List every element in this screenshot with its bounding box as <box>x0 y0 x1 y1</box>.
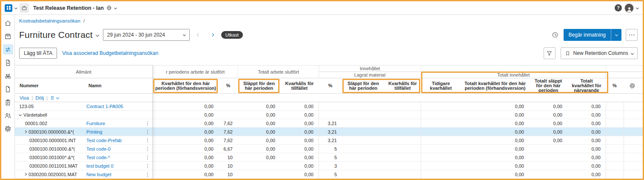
row-name-link[interactable]: Furniture <box>86 121 105 126</box>
sidebar-item-journal[interactable] <box>3 97 13 107</box>
col-header-prev-retained[interactable]: Tidigare kvarhållet <box>421 78 461 93</box>
table-row[interactable]: 0300100.0000001.INTTest code-Prefab⋮ <box>15 136 152 145</box>
caret-down-icon[interactable] <box>14 6 17 9</box>
table-row[interactable]: 00001.002Furniture⋮ <box>15 119 152 128</box>
col-header-released-period[interactable]: Släppt för den här perioden <box>238 78 280 93</box>
breadcrumb-link[interactable]: Kostnadsbetalningsansökan <box>19 18 80 23</box>
sidebar-item-search[interactable] <box>3 71 13 81</box>
row-value: 5 <box>319 145 342 153</box>
add-ata-button[interactable]: Lägg till ÄTA <box>19 48 57 59</box>
row-number: 123-05 <box>19 104 34 109</box>
col-header-percent[interactable]: % <box>219 78 238 93</box>
row-menu-kebab-icon[interactable]: ⋮ <box>145 129 150 135</box>
table-row[interactable]: 0,007,620,000,003,210,000,000,00 <box>153 119 643 128</box>
expand-caret-icon[interactable] <box>24 173 27 176</box>
table-row[interactable]: 0300100.001000^.&*(Test code-^⋮ <box>15 153 152 162</box>
table-row[interactable]: 0,006,670,000,0050,000,00 <box>153 145 643 153</box>
list-view-icon[interactable] <box>50 95 59 100</box>
prev-period-button[interactable] <box>194 30 203 40</box>
row-number-cell: 00001.002 <box>15 121 86 126</box>
expand-caret-icon[interactable] <box>24 130 27 133</box>
table-row[interactable]: 0,007,620,000,003,210,000,000,00 <box>153 128 643 136</box>
row-name-link[interactable]: Contract 1-PA005 <box>86 104 123 109</box>
table-row[interactable]: 0300200.0020001.MATNew budget⋮ <box>15 170 152 179</box>
col-header-retained-period[interactable]: Kvarhållet för den här perioden (förhand… <box>153 78 219 93</box>
caret-down-icon[interactable] <box>114 6 117 9</box>
row-name-link[interactable]: New budget <box>86 172 111 177</box>
page-title-dropdown[interactable]: Furniture Contract <box>19 30 99 40</box>
col-header-percent[interactable]: % <box>319 78 342 93</box>
row-name-cell: Contract 1-PA005 <box>86 104 143 109</box>
col-header-total-retained-period[interactable]: Totalt kvarhållet för den här perioden (… <box>461 78 529 93</box>
col-header-nummer[interactable]: Nummer <box>15 78 86 93</box>
row-name-link[interactable]: Test code-Prefab <box>86 138 122 143</box>
show-link[interactable]: Visa <box>20 95 29 100</box>
row-value: 0,00 <box>567 128 606 136</box>
avatar[interactable] <box>624 3 634 13</box>
table-row[interactable]: 0,00100,000,0050,000,00 <box>153 153 643 162</box>
caret-down-icon[interactable] <box>636 6 639 9</box>
request-input-caret[interactable] <box>611 29 621 41</box>
help-button[interactable]: ? <box>615 4 622 11</box>
table-row[interactable]: 0,000,000,000,000,000,00 <box>153 111 643 119</box>
col-header-sm-released-period[interactable]: Släppt för den här perioden <box>342 78 385 93</box>
sidebar-item-export[interactable] <box>3 57 13 68</box>
collapse-caret-icon[interactable] <box>19 113 22 116</box>
col-header-total-released-period[interactable]: Totalt släppt för den här perioden <box>529 78 567 93</box>
history-icon[interactable] <box>552 31 559 38</box>
date-range-select[interactable]: 29 jun 2024 - 30 jun 2024 <box>103 29 190 41</box>
table-row[interactable]: 0,000,000,000,000,000,00 <box>153 102 643 111</box>
row-value: 0,00 <box>238 119 280 128</box>
row-number-cell: 0300200.0011001.MAT <box>15 163 86 169</box>
table-row[interactable]: 0,00100,0030,000,00 <box>153 162 643 170</box>
sidebar-item-home[interactable] <box>3 18 13 28</box>
chevron-left-icon <box>197 33 200 36</box>
row-name-link[interactable]: Printing <box>86 129 102 134</box>
row-menu-kebab-icon[interactable]: ⋮ <box>145 120 150 126</box>
row-value: 0,00 <box>153 136 219 145</box>
workspace-icon[interactable] <box>20 3 29 13</box>
breadcrumb: Kostnadsbetalningsansökan / <box>15 15 643 24</box>
sidebar-item-users[interactable] <box>3 110 13 120</box>
row-value: 0,00 <box>567 170 606 179</box>
filter-button[interactable] <box>544 47 556 59</box>
col-header-namn[interactable]: Namn <box>86 78 152 93</box>
sidebar-item-projects[interactable] <box>3 31 13 41</box>
row-menu-kebab-icon[interactable]: ⋮ <box>145 146 150 152</box>
row-value <box>385 162 421 170</box>
hide-link[interactable]: Dölj <box>35 95 44 100</box>
column-settings-button[interactable] <box>624 78 641 93</box>
sidebar-item-settings[interactable] <box>3 123 13 134</box>
row-menu-kebab-icon[interactable]: ⋮ <box>145 171 150 177</box>
request-input-button[interactable]: Begär inmatning <box>564 29 621 41</box>
table-row[interactable]: 0300200.0011001.MATtest budget 0⋮ <box>15 162 152 170</box>
row-menu-kebab-icon[interactable]: ⋮ <box>145 163 150 169</box>
table-row[interactable]: 123-05Contract 1-PA005 <box>15 102 152 111</box>
col-header-percent[interactable]: % <box>606 78 624 93</box>
show-associated-link[interactable]: Visa associerad Budgetbetalningsansökan <box>62 50 158 56</box>
row-name-link[interactable]: test budget 0 <box>86 163 114 169</box>
table-row[interactable]: Värdetabell <box>15 111 152 119</box>
row-name-link[interactable]: Test code-0 <box>86 146 111 151</box>
col-header-held-currently[interactable]: Kvarhålls för tillfället <box>280 78 319 93</box>
sidebar-item-documents[interactable] <box>3 84 13 94</box>
row-value: 0,00 <box>280 145 319 153</box>
row-value <box>238 162 280 170</box>
row-menu-kebab-icon[interactable]: ⋮ <box>145 154 150 160</box>
caret-down-icon <box>631 51 634 54</box>
row-gear-cell <box>624 136 641 145</box>
row-name-link[interactable]: Test code-^ <box>86 155 110 160</box>
sidebar-item-payment-applications[interactable] <box>3 44 13 54</box>
col-header-sm-held-currently[interactable]: Kvarhålls för tillfället <box>385 78 421 93</box>
table-row[interactable]: 0300100.0000000.&*(Printing⋮ <box>15 128 152 136</box>
next-period-button[interactable] <box>208 30 217 40</box>
table-row[interactable]: 0,007,620,000,003,210,000,000,00 <box>153 136 643 145</box>
table-row[interactable]: 0300100.0010000.&*(Test code-0⋮ <box>15 145 152 153</box>
col-header-total-retained-now[interactable]: Totalt kvarhållet för närvarande <box>567 78 606 93</box>
table-row[interactable]: 0,00100,0050,000,00 <box>153 170 643 179</box>
row-menu-kebab-icon[interactable]: ⋮ <box>145 137 150 143</box>
transfer-icon <box>4 46 11 53</box>
app-logo[interactable] <box>5 4 12 12</box>
columns-preset-select[interactable]: New Retention Columns <box>561 47 638 59</box>
more-actions-button[interactable]: ⋯ <box>626 29 638 41</box>
